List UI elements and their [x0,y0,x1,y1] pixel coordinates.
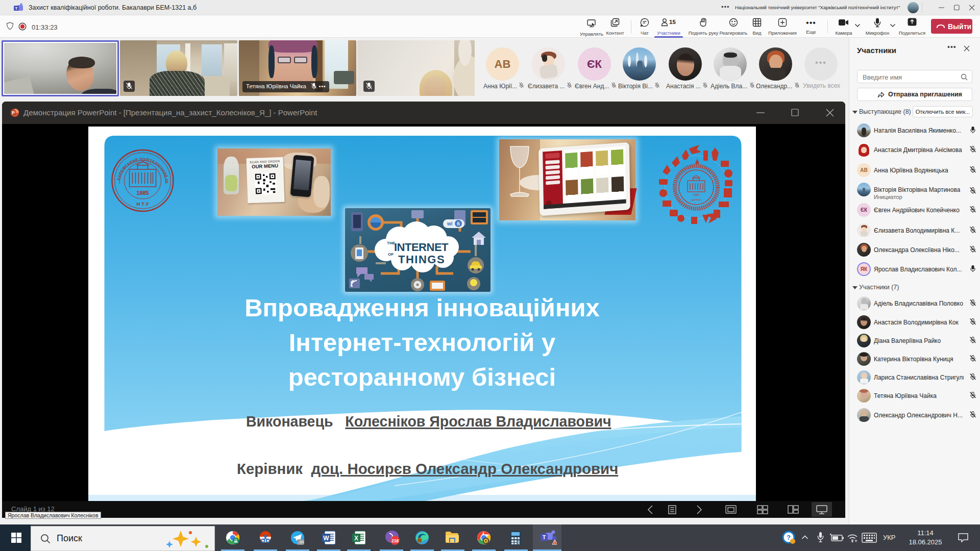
svg-text:P: P [12,110,15,115]
svg-text:T: T [15,6,18,11]
svg-text:OF: OF [388,252,394,257]
svg-text:Н Т У: Н Т У [137,201,149,207]
svg-text:..83: ..83 [298,540,304,544]
svg-text:X: X [354,535,358,542]
svg-text:218: 218 [391,538,399,543]
svg-text:wi: wi [447,221,453,227]
svg-text:?: ? [787,534,791,541]
svg-text:T: T [543,535,546,540]
svg-text:1885: 1885 [693,193,700,196]
svg-text:THINGS: THINGS [398,253,445,266]
svg-text:1885: 1885 [136,190,149,196]
svg-text:15: 15 [669,19,676,25]
svg-text:fi: fi [457,221,460,227]
svg-text:W: W [323,535,329,542]
svg-text:!: ! [554,541,555,544]
svg-text:INTERNET: INTERNET [394,241,449,254]
svg-text:• Н Т У •: • Н Т У • [691,198,702,202]
